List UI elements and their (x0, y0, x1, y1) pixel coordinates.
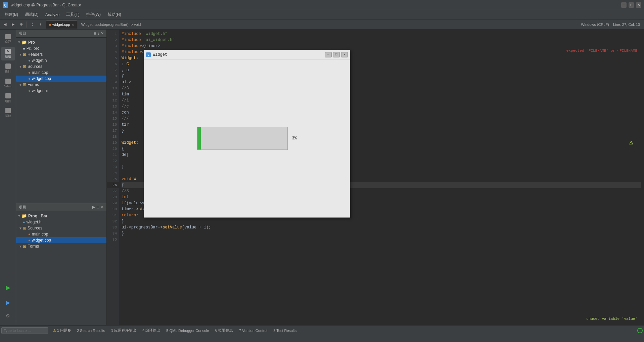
line-num-5: 5 (107, 55, 119, 61)
forms-bottom-section[interactable]: ▼ ⊞ Forms (16, 243, 106, 249)
line-num-20: 20 (107, 146, 119, 152)
bottom-tab-test-results[interactable]: 8 Test Results (271, 327, 299, 334)
toolbar-next-button[interactable]: ⟩ (37, 21, 44, 28)
toolbar-back-button[interactable]: ◀ (1, 21, 9, 28)
minimize-button[interactable]: ─ (621, 2, 627, 8)
widget-h-item[interactable]: ● widget.h (16, 57, 106, 63)
toolbar-forward-button[interactable]: ▶ (9, 21, 17, 28)
bottombar: ⚠ 1 问题❷ 2 Search Results 3 应用程序输出 4 编译输出… (0, 325, 644, 335)
widget-body: 3% (144, 59, 350, 217)
widget-minimize-btn[interactable]: ─ (325, 52, 332, 57)
headers-section[interactable]: ▼ ⊞ Headers (16, 51, 106, 57)
widget-window-titlebar: Q Widget ─ □ ✕ (144, 50, 350, 59)
help-icon-btn[interactable]: 帮助 (1, 106, 15, 120)
widget-cpp-bottom-icon: ● (28, 238, 31, 242)
sources-bottom-folder-icon: ⊞ (23, 226, 26, 230)
code-line-35 (122, 237, 641, 243)
app-icon: Q (3, 2, 8, 8)
build-button[interactable]: ⚙ (1, 310, 15, 321)
menu-debug[interactable]: 调试(D) (21, 10, 42, 19)
project-root-bottom-item[interactable]: ▼ 📁 Prog...Bar (16, 213, 106, 219)
debug-icon-btn[interactable]: Debug (1, 77, 15, 90)
main-cpp-top-item[interactable]: ● main.cpp (16, 70, 106, 76)
run-button[interactable]: ▶ (1, 281, 15, 294)
build-progress-icon (637, 328, 643, 333)
titlebar: Q widget.cpp @ ProgressBar - Qt Creator … (0, 0, 644, 10)
forms-bottom-label: Forms (28, 244, 39, 249)
code-line-2: #include "ui_widget.h" (122, 37, 641, 43)
widget-window-title: Widget (153, 52, 323, 58)
file-tab-widget-cpp[interactable]: ■ widget.cpp ✕ (46, 20, 77, 29)
bottom-panel-icon-play[interactable]: ▶ (92, 205, 95, 209)
line-numbers: 1 2 3 4 5 6 7 8 9 10 11 12 13 14 15 16 1… (107, 30, 119, 325)
bottom-panel-icon-close[interactable]: ✕ (101, 205, 104, 209)
bottom-tab-compile-output[interactable]: 4 编译输出 (140, 327, 163, 334)
project-root-item[interactable]: ▼ 📁 Pro (16, 39, 106, 45)
warning-hint: unused variable 'value' (586, 316, 637, 322)
line-num-21: 21 (107, 152, 119, 158)
pro-file-item[interactable]: ■ Pr...pro (16, 45, 106, 51)
toolbar-bookmark-button[interactable]: ⊕ (17, 21, 25, 28)
edit-icon-btn[interactable]: ✎ 编辑 (1, 47, 15, 60)
project-icon-btn[interactable]: 项目 (1, 91, 15, 105)
widget-cpp-bottom-item[interactable]: ● widget.cpp (16, 237, 106, 243)
main-cpp-bottom-item[interactable]: ● main.cpp (16, 231, 106, 237)
forms-top-section[interactable]: ▼ ⊞ Forms (16, 82, 106, 88)
maximize-button[interactable]: □ (629, 2, 634, 8)
progress-bar-inner (197, 127, 201, 149)
forms-label: Forms (28, 82, 39, 87)
menu-controls[interactable]: 控件(W) (83, 10, 104, 19)
sidebar-panel-icon-filter[interactable]: ⊞ (93, 31, 96, 36)
file-tab-close-icon[interactable]: ✕ (72, 23, 74, 27)
design-icon-btn[interactable]: 设计 (1, 62, 15, 75)
widget-h-bottom-item[interactable]: ● widget.h (16, 219, 106, 225)
bottom-tab-app-output[interactable]: 3 应用程序输出 (108, 327, 139, 334)
line-num-17: 17 (107, 128, 119, 134)
toolbar-prev-button[interactable]: ⟨ (29, 21, 36, 28)
menu-analyze[interactable]: Analyze (42, 11, 63, 18)
search-input[interactable] (1, 327, 48, 334)
function-label: Widget::updateprogressBar() -> void (78, 23, 144, 27)
code-line-1: #include "widget.h" (122, 31, 641, 37)
line-num-26: 26 (107, 182, 119, 188)
progress-container: 3% (197, 127, 296, 150)
widget-close-btn[interactable]: ✕ (341, 52, 348, 57)
line-num-11: 11 (107, 91, 119, 97)
sources-top-section[interactable]: ▼ ⊞ Sources (16, 63, 106, 70)
close-button[interactable]: ✕ (636, 2, 641, 8)
widget-preview-window[interactable]: Q Widget ─ □ ✕ 3% (144, 50, 350, 218)
line-num-16: 16 (107, 122, 119, 128)
widget-maximize-btn[interactable]: □ (333, 52, 340, 57)
bottom-tab-general[interactable]: 6 概要信息 (213, 327, 236, 334)
bottom-tab-issues[interactable]: ⚠ 1 问题❷ (50, 327, 74, 334)
sidebar-panel-icon-close[interactable]: ✕ (101, 31, 104, 36)
menu-tools[interactable]: 工具(T) (63, 10, 83, 19)
widget-window-controls: ─ □ ✕ (325, 52, 348, 57)
project-folder-icon: 📁 (21, 40, 27, 45)
welcome-icon-btn[interactable]: 欢迎 (1, 32, 15, 46)
sidebar-top-panel-header: 项目 ⊞ ↕ ✕ (16, 30, 106, 38)
main-cpp-bottom-label: main.cpp (32, 232, 48, 237)
widget-cpp-top-item[interactable]: ● widget.cpp (16, 76, 106, 82)
sidebar-panel-icons: ⊞ ↕ ✕ (93, 31, 104, 36)
line-num-3: 3 (107, 43, 119, 49)
toolbar-sep-1 (27, 22, 27, 28)
file-tab-icon: ■ (49, 23, 51, 27)
debug-run-button[interactable]: ▶ (1, 296, 15, 309)
code-line-34: } (122, 230, 641, 237)
sidebar-panel-icon-sort[interactable]: ↕ (98, 31, 100, 36)
bottom-tab-qml-debugger[interactable]: 5 QML Debugger Console (164, 327, 212, 334)
forms-folder-icon: ⊞ (23, 82, 26, 87)
file-encoding: Windows (CRLF) (581, 23, 609, 27)
widget-h-bottom-label: widget.h (27, 220, 42, 224)
bottom-tab-version-control[interactable]: 7 Version Control (236, 327, 270, 334)
sources-bottom-section[interactable]: ▼ ⊞ Sources (16, 225, 106, 231)
widget-ui-item[interactable]: ● widget.ui (16, 88, 106, 94)
line-num-23: 23 (107, 164, 119, 170)
menu-help[interactable]: 帮助(H) (104, 10, 125, 19)
line-num-4: 4 (107, 49, 119, 55)
bottom-tab-search-results[interactable]: 2 Search Results (74, 327, 108, 334)
widget-cpp-top-label: widget.cpp (32, 76, 51, 81)
menu-build[interactable]: 构建(B) (1, 10, 21, 19)
bottom-panel-icon-filter[interactable]: ⊞ (96, 205, 99, 209)
